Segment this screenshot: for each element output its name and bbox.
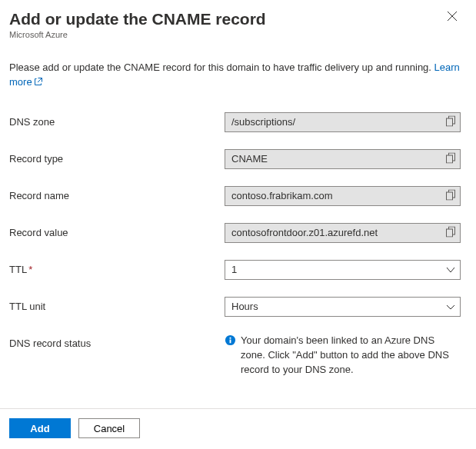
copy-icon bbox=[446, 152, 456, 165]
external-link-icon bbox=[34, 76, 43, 91]
svg-rect-7 bbox=[447, 229, 453, 237]
copy-button[interactable] bbox=[446, 115, 456, 128]
record-name-input[interactable] bbox=[225, 186, 461, 206]
dns-zone-input[interactable] bbox=[225, 112, 461, 132]
copy-icon bbox=[446, 115, 456, 128]
svg-rect-3 bbox=[447, 155, 453, 163]
svg-rect-1 bbox=[447, 118, 453, 126]
record-type-label: Record type bbox=[9, 149, 225, 165]
add-button[interactable]: Add bbox=[9, 418, 71, 438]
status-message: Your domain's been linked to an Azure DN… bbox=[241, 334, 461, 377]
ttl-label: TTL* bbox=[9, 260, 225, 275]
record-value-input[interactable] bbox=[225, 223, 461, 243]
dns-zone-label: DNS zone bbox=[9, 112, 225, 128]
info-icon bbox=[225, 334, 236, 348]
close-icon bbox=[447, 11, 458, 22]
copy-button[interactable] bbox=[446, 189, 456, 202]
chevron-down-icon bbox=[445, 264, 456, 275]
intro-text: Please add or update the CNAME record fo… bbox=[9, 61, 461, 91]
svg-rect-9 bbox=[230, 339, 231, 343]
record-value-label: Record value bbox=[9, 223, 225, 238]
footer: Add Cancel bbox=[0, 409, 476, 449]
close-button[interactable] bbox=[444, 8, 461, 25]
record-name-label: Record name bbox=[9, 186, 225, 201]
chevron-down-icon bbox=[445, 301, 456, 312]
status-label: DNS record status bbox=[9, 334, 225, 349]
ttl-unit-select[interactable]: Hours bbox=[225, 297, 461, 317]
ttl-select[interactable]: 1 bbox=[225, 260, 461, 280]
svg-rect-5 bbox=[447, 192, 453, 200]
ttl-unit-label: TTL unit bbox=[9, 297, 225, 312]
form: DNS zone Record type Record name bbox=[9, 112, 461, 394]
svg-rect-10 bbox=[230, 338, 231, 339]
copy-button[interactable] bbox=[446, 226, 456, 239]
record-type-input[interactable] bbox=[225, 149, 461, 169]
copy-button[interactable] bbox=[446, 152, 456, 165]
copy-icon bbox=[446, 189, 456, 202]
panel-subtitle: Microsoft Azure bbox=[9, 30, 266, 39]
required-asterisk: * bbox=[28, 264, 32, 275]
copy-icon bbox=[446, 226, 456, 239]
cancel-button[interactable]: Cancel bbox=[78, 418, 140, 438]
intro-body: Please add or update the CNAME record fo… bbox=[9, 62, 434, 73]
panel-title: Add or update the CNAME record bbox=[9, 9, 266, 28]
